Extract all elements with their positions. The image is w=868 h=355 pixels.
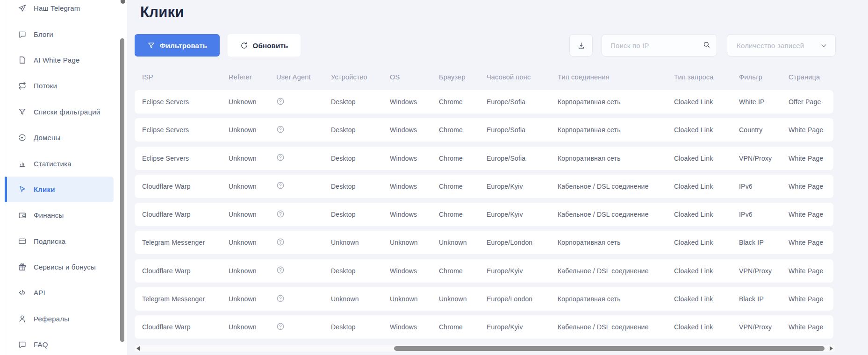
table-row[interactable]: Cloudflare WarpUnknownDesktopWindowsChro… (135, 203, 833, 226)
cell-connection: Корпоративная сеть (558, 126, 674, 134)
cell-request_type: Cloaked Link (674, 211, 739, 218)
cell-filter: Country (739, 126, 789, 134)
funnel-icon (17, 107, 27, 116)
cell-browser: Chrome (439, 155, 487, 162)
question-icon[interactable] (276, 125, 285, 134)
cell-timezone: Europe/Kyiv (487, 267, 558, 275)
scroll-left-icon[interactable] (136, 346, 140, 351)
sidebar-item-клики[interactable]: Клики (5, 177, 114, 202)
cell-isp: Cloudflare Warp (142, 211, 229, 218)
cell-browser: Unknown (439, 239, 487, 246)
sidebar-item-потоки[interactable]: Потоки (5, 73, 114, 99)
table-row[interactable]: Eclipse ServersUnknownDesktopWindowsChro… (135, 90, 833, 114)
cell-os: Windows (390, 323, 439, 331)
refresh-button[interactable]: Обновить (228, 34, 301, 57)
cell-filter: VPN/Proxy (739, 323, 789, 331)
cell-device: Desktop (331, 126, 390, 134)
cell-page: Offer Page (789, 98, 833, 106)
table-row[interactable]: Telegram MessengerUnknownUnknownUnknownU… (135, 231, 833, 254)
main-content: Клики Фильтровать Обновить Количество за… (127, 0, 868, 355)
cell-request_type: Cloaked Link (674, 239, 739, 246)
cell-connection: Кабельное / DSL соединение (558, 211, 674, 218)
sidebar-item-сервисы-и-бонусы[interactable]: Сервисы и бонусы (5, 254, 114, 280)
filter-button-label: Фильтровать (160, 42, 207, 50)
cell-device: Desktop (331, 183, 390, 190)
sidebar-scrollbar-thumb[interactable] (120, 38, 124, 342)
records-count-label: Количество записей (737, 42, 804, 50)
table-row[interactable]: Cloudflare WarpUnknownDesktopWindowsChro… (135, 175, 833, 198)
table-row[interactable]: Cloudflare WarpUnknownDesktopWindowsChro… (135, 259, 833, 283)
question-icon[interactable] (276, 238, 285, 246)
table-row[interactable]: Cloudflare WarpUnknownDesktopWindowsChro… (135, 315, 833, 339)
question-icon[interactable] (276, 294, 285, 303)
sidebar-item-финансы[interactable]: Финансы (5, 202, 114, 228)
column-header: Устройство (331, 73, 390, 81)
question-icon[interactable] (276, 210, 285, 218)
sidebar-item-блоги[interactable]: Блоги (5, 21, 114, 47)
cell-os: Windows (390, 267, 439, 275)
sidebar-item-домены[interactable]: Домены (5, 125, 114, 150)
cell-isp: Cloudflare Warp (142, 323, 229, 331)
sidebar-item-faq[interactable]: FAQ (5, 332, 114, 355)
cell-timezone: Europe/Kyiv (487, 183, 558, 190)
question-icon[interactable] (276, 266, 285, 274)
search-icon[interactable] (703, 41, 710, 49)
table-row[interactable]: Eclipse ServersUnknownDesktopWindowsChro… (135, 147, 833, 170)
table-row[interactable]: Telegram MessengerUnknownUnknownUnknownU… (135, 287, 833, 311)
cell-request_type: Cloaked Link (674, 295, 739, 303)
question-icon[interactable] (276, 97, 285, 106)
filter-button[interactable]: Фильтровать (135, 34, 220, 57)
sidebar-item-наш-telegram[interactable]: Наш Telegram (5, 0, 114, 21)
cell-filter: White IP (739, 98, 789, 106)
question-icon[interactable] (276, 322, 285, 331)
sidebar-item-рефералы[interactable]: Рефералы (5, 306, 114, 332)
cell-connection: Корпоративная сеть (558, 155, 674, 162)
download-button[interactable] (569, 34, 593, 57)
code-icon (17, 288, 27, 298)
cell-request_type: Cloaked Link (674, 98, 739, 106)
download-icon (577, 42, 585, 50)
cell-user_agent (276, 153, 331, 163)
cell-isp: Eclipse Servers (142, 126, 229, 134)
sidebar-item-статистика[interactable]: Статистика (5, 150, 114, 176)
sidebar-item-label: Статистика (34, 160, 72, 168)
cell-user_agent (276, 294, 331, 304)
cell-device: Desktop (331, 98, 390, 106)
sidebar-item-списки-фильтраций[interactable]: Списки фильтраций (5, 99, 114, 125)
column-header: User Agent (276, 73, 331, 81)
cell-browser: Chrome (439, 267, 487, 275)
cell-timezone: Europe/Kyiv (487, 211, 558, 218)
cell-referer: Unknown (229, 323, 276, 331)
domain-icon (17, 133, 27, 142)
chart-icon (17, 159, 27, 168)
table-row[interactable]: Eclipse ServersUnknownDesktopWindowsChro… (135, 118, 833, 142)
wallet-icon (17, 211, 27, 220)
records-count-select[interactable]: Количество записей (727, 34, 836, 57)
cell-device: Desktop (331, 211, 390, 218)
sidebar-item-api[interactable]: API (5, 280, 114, 305)
cell-filter: VPN/Proxy (739, 155, 789, 162)
column-header: Тип соединения (558, 73, 674, 81)
search-input[interactable] (602, 35, 717, 56)
chevron-down-icon (820, 42, 828, 50)
table-header: ISPRefererUser AgentУстройствоOSБраузерЧ… (135, 70, 833, 84)
cell-isp: Eclipse Servers (142, 98, 229, 106)
cell-referer: Unknown (229, 211, 276, 218)
cell-request_type: Cloaked Link (674, 183, 739, 190)
cell-page: White Page (789, 267, 833, 275)
sidebar-menu: Наш TelegramБлогиAI White PageПотокиСпис… (0, 0, 127, 355)
horizontal-scrollbar-thumb[interactable] (394, 346, 825, 351)
cell-referer: Unknown (229, 126, 276, 134)
cell-user_agent (276, 322, 331, 332)
card-icon (17, 236, 27, 246)
cell-os: Windows (390, 98, 439, 106)
question-icon[interactable] (276, 181, 285, 190)
cell-connection: Корпоративная сеть (558, 239, 674, 246)
sidebar-item-подписка[interactable]: Подписка (5, 228, 114, 254)
horizontal-scrollbar[interactable] (135, 345, 835, 352)
question-icon[interactable] (276, 153, 285, 162)
sidebar-item-ai-white-page[interactable]: AI White Page (5, 47, 114, 73)
scroll-right-icon[interactable] (830, 346, 833, 351)
cell-isp: Eclipse Servers (142, 155, 229, 162)
cell-isp: Cloudflare Warp (142, 267, 229, 275)
